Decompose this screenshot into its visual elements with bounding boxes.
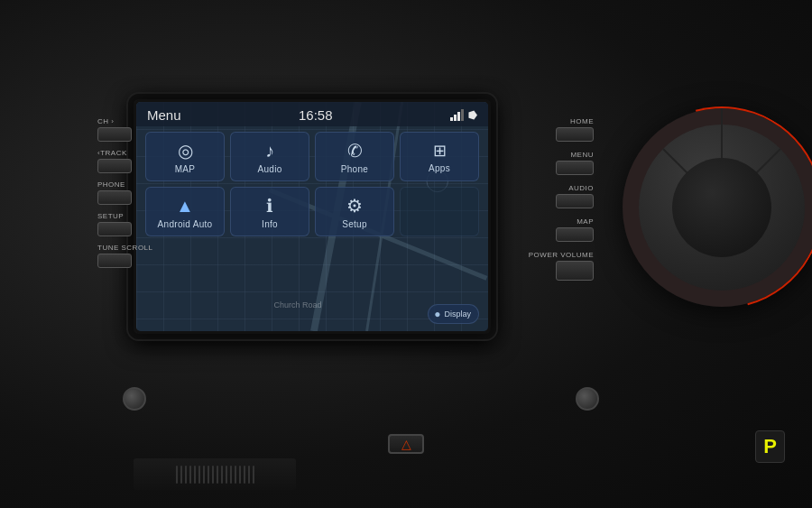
map-icon: ◎ <box>178 142 193 160</box>
left-rotary-knob[interactable] <box>123 387 146 411</box>
apps-icon: ⊞ <box>433 143 447 159</box>
info-label: Info <box>262 219 278 229</box>
right-btn-audio[interactable]: AUDIO <box>529 184 594 208</box>
menu-grid-row2: ▲ Android Auto ℹ Info ⚙ Setup <box>136 187 488 242</box>
menu-grid-row1: ◎ MAP ♪ Audio ✆ Phone ⊞ Apps <box>136 126 488 187</box>
bluetooth-icon: ⭓ <box>468 109 477 122</box>
hazard-icon: △ <box>401 437 411 451</box>
status-icons: ⭓ <box>450 109 477 122</box>
audio-label: Audio <box>257 164 281 174</box>
left-btn-setup[interactable]: SETUP <box>97 212 153 236</box>
air-vent <box>134 458 296 490</box>
info-icon: ℹ <box>266 197 273 215</box>
setup-icon: ⚙ <box>346 197 363 215</box>
infotainment-screen: Menu 16:58 ⭓ ◎ MAP ♪ Audio ✆ Phone ⊞ <box>134 99 491 334</box>
menu-item-map[interactable]: ◎ MAP <box>145 132 225 181</box>
hazard-button-area[interactable]: △ <box>388 434 424 454</box>
right-rotary-knob[interactable] <box>576 387 599 411</box>
gear-indicator: P <box>755 430 785 463</box>
phone-label: Phone <box>341 164 368 174</box>
right-btn-home[interactable]: HOME <box>529 117 594 142</box>
map-peek-area <box>400 187 479 236</box>
display-button[interactable]: ● Display <box>428 304 479 324</box>
menu-item-apps[interactable]: ⊞ Apps <box>400 132 479 181</box>
menu-item-android-auto[interactable]: ▲ Android Auto <box>145 187 225 236</box>
android-auto-icon: ▲ <box>176 197 194 215</box>
left-btn-ch[interactable]: CH › <box>97 117 153 142</box>
apps-label: Apps <box>429 163 450 173</box>
left-btn-phone[interactable]: PHONE <box>97 180 153 205</box>
left-btn-track[interactable]: ‹TRACK <box>97 149 153 173</box>
signal-strength-icon <box>450 109 464 121</box>
instrument-cluster: P <box>755 430 785 463</box>
setup-label: Setup <box>342 219 367 229</box>
audio-icon: ♪ <box>265 142 274 160</box>
right-btn-menu[interactable]: MENU <box>529 151 594 175</box>
android-auto-label: Android Auto <box>158 219 213 229</box>
menu-item-setup[interactable]: ⚙ Setup <box>315 187 394 236</box>
map-label: MAP <box>175 164 196 174</box>
steering-wheel-stitching <box>584 69 812 346</box>
screen-header: Menu 16:58 ⭓ <box>136 102 488 126</box>
display-button-icon: ● <box>434 308 440 320</box>
menu-item-phone[interactable]: ✆ Phone <box>315 132 394 181</box>
menu-item-audio[interactable]: ♪ Audio <box>230 132 309 181</box>
steering-wheel <box>595 54 812 415</box>
left-btn-tune-scroll[interactable]: TUNE SCROLL <box>97 244 153 268</box>
hazard-button[interactable]: △ <box>388 434 424 454</box>
phone-icon: ✆ <box>347 142 363 160</box>
display-button-label: Display <box>444 309 471 319</box>
road-name: Church Road <box>274 295 322 311</box>
right-button-panel: HOME MENU AUDIO MAP POWER VOLUME <box>529 117 594 281</box>
clock-display: 16:58 <box>299 107 333 123</box>
menu-item-info[interactable]: ℹ Info <box>230 187 309 236</box>
right-btn-power-volume[interactable]: POWER VOLUME <box>529 251 594 281</box>
right-btn-map[interactable]: MAP <box>529 217 594 242</box>
left-button-panel: CH › ‹TRACK PHONE SETUP TUNE SCROLL <box>97 117 153 268</box>
